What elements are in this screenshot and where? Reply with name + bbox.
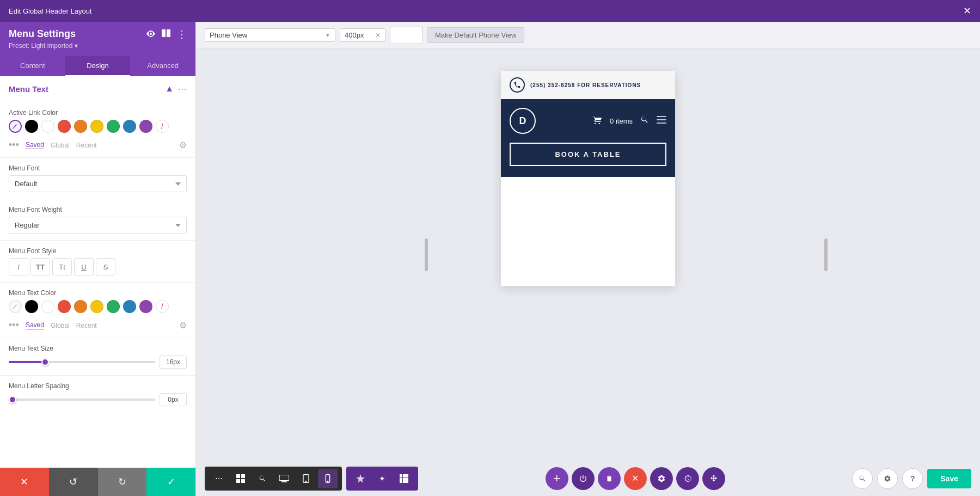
color-swatch-purple[interactable] xyxy=(139,120,152,133)
view-selector-arrow-icon: ▼ xyxy=(325,32,330,38)
tab-content[interactable]: Content xyxy=(0,56,65,76)
sparkle-btn[interactable]: ✦ xyxy=(372,469,392,488)
color-swatch-white[interactable] xyxy=(41,120,54,133)
text-color-dots-icon[interactable]: ••• xyxy=(9,320,19,331)
tablet-btn[interactable] xyxy=(296,469,316,488)
redo-button[interactable]: ↻ xyxy=(98,468,147,496)
text-color-swatch-purple[interactable] xyxy=(139,300,152,313)
svg-point-13 xyxy=(305,481,306,481)
section-more-icon[interactable]: ⋯ xyxy=(178,84,187,94)
confirm-button[interactable]: ✓ xyxy=(146,468,195,496)
view-selector[interactable]: Phone View ▼ xyxy=(205,28,335,42)
color-swatch-yellow[interactable] xyxy=(90,120,103,133)
color-clear-icon[interactable]: / xyxy=(156,120,169,133)
color-swatch-green[interactable] xyxy=(107,120,120,133)
svg-rect-22 xyxy=(400,480,402,483)
text-color-swatch-black[interactable] xyxy=(25,300,38,313)
divider-2 xyxy=(0,157,195,158)
extra-input[interactable] xyxy=(390,27,422,44)
action-buttons-group: + ✕ xyxy=(546,467,725,490)
text-color-swatch-red[interactable] xyxy=(58,300,71,313)
size-slider-value[interactable]: 16px xyxy=(160,356,187,369)
tab-advanced[interactable]: Advanced xyxy=(130,56,195,76)
text-color-clear-icon[interactable]: / xyxy=(156,300,169,313)
grid2-btn[interactable] xyxy=(394,469,414,488)
power-btn[interactable] xyxy=(572,467,595,490)
flat-tool-group: ⋯ xyxy=(205,467,342,491)
eyedropper-icon[interactable] xyxy=(9,120,22,133)
px-input[interactable] xyxy=(345,31,372,39)
svg-rect-24 xyxy=(406,480,408,483)
undo-button[interactable]: ↺ xyxy=(49,468,98,496)
svg-rect-21 xyxy=(406,477,408,480)
spacing-slider-track[interactable] xyxy=(9,399,155,401)
font-style-uppercase-btn[interactable]: TT xyxy=(30,258,50,275)
menu-font-label: Menu Font xyxy=(9,164,187,172)
resize-handle-left[interactable] xyxy=(425,238,428,271)
preview-cta-button[interactable]: BOOK A TABLE xyxy=(510,143,666,166)
move-btn[interactable] xyxy=(702,467,725,490)
more-flat-btn[interactable]: ⋯ xyxy=(209,469,229,488)
color-settings-icon[interactable]: ⚙ xyxy=(179,140,187,150)
bottom-right-group: ? Save xyxy=(852,468,971,489)
settings-action-btn[interactable] xyxy=(650,467,673,490)
phone-btn[interactable] xyxy=(318,469,338,488)
history-btn[interactable] xyxy=(676,467,699,490)
text-color-swatch-white[interactable] xyxy=(41,300,54,313)
add-wire-btn[interactable] xyxy=(351,469,370,488)
close-icon[interactable]: ✕ xyxy=(963,5,971,17)
color-tab-global[interactable]: Global xyxy=(51,142,70,149)
tab-design[interactable]: Design xyxy=(65,56,131,76)
font-style-capitalize-btn[interactable]: Tt xyxy=(52,258,72,275)
svg-rect-5 xyxy=(236,474,240,478)
grid-flat-btn[interactable] xyxy=(231,469,250,488)
text-color-settings-icon[interactable]: ⚙ xyxy=(179,320,187,330)
add-action-btn[interactable]: + xyxy=(546,467,568,490)
close-action-btn[interactable]: ✕ xyxy=(624,467,647,490)
save-button[interactable]: Save xyxy=(927,469,971,488)
color-swatch-blue[interactable] xyxy=(123,120,136,133)
cancel-button[interactable]: ✕ xyxy=(0,468,49,496)
color-tab-saved[interactable]: Saved xyxy=(26,141,44,149)
text-color-tab-recent[interactable]: Recent xyxy=(76,322,97,329)
text-color-tab-global[interactable]: Global xyxy=(51,322,70,329)
text-color-eyedropper-icon[interactable] xyxy=(9,300,22,313)
size-slider-track[interactable] xyxy=(9,361,155,363)
color-swatch-red[interactable] xyxy=(58,120,71,133)
search-right-btn[interactable] xyxy=(852,468,873,489)
resize-handle-right[interactable] xyxy=(824,238,828,271)
text-color-tab-saved[interactable]: Saved xyxy=(26,321,44,329)
panel-preset[interactable]: Preset: Light imported ▾ xyxy=(9,42,187,50)
menu-font-select[interactable]: Default xyxy=(9,175,187,192)
settings-right-btn[interactable] xyxy=(877,468,898,489)
font-style-underline-btn[interactable]: U xyxy=(74,258,94,275)
color-tab-recent[interactable]: Recent xyxy=(76,142,97,149)
delete-btn[interactable] xyxy=(598,467,621,490)
section-collapse-icon[interactable]: ▲ xyxy=(165,84,174,94)
preview-search-icon xyxy=(640,115,649,126)
text-color-swatch-orange[interactable] xyxy=(74,300,87,313)
menu-font-weight-select[interactable]: Regular Thin Light Medium Bold Extra Bol… xyxy=(9,217,187,234)
px-clear-icon[interactable]: ✕ xyxy=(375,32,381,39)
text-color-swatch-green[interactable] xyxy=(107,300,120,313)
font-style-strikethrough-btn[interactable]: S xyxy=(96,258,115,275)
svg-point-15 xyxy=(327,481,328,481)
more-options-icon[interactable]: ⋮ xyxy=(177,29,187,39)
search-flat-btn[interactable] xyxy=(253,469,272,488)
color-dots-icon[interactable]: ••• xyxy=(9,139,19,151)
help-btn[interactable]: ? xyxy=(902,468,923,489)
divider-1 xyxy=(0,102,195,102)
make-default-button[interactable]: Make Default Phone View xyxy=(427,27,524,43)
svg-rect-3 xyxy=(657,119,666,120)
desktop-btn[interactable] xyxy=(274,469,294,488)
text-color-swatch-blue[interactable] xyxy=(123,300,136,313)
font-style-italic-btn[interactable]: I xyxy=(9,258,28,275)
svg-rect-19 xyxy=(400,477,402,480)
spacing-slider-value[interactable]: 0px xyxy=(160,393,187,406)
color-swatch-orange[interactable] xyxy=(74,120,87,133)
text-color-swatch-yellow[interactable] xyxy=(90,300,103,313)
eye-icon[interactable] xyxy=(146,29,155,39)
columns-icon[interactable] xyxy=(162,29,170,39)
menu-text-size-slider: 16px xyxy=(9,356,187,369)
color-swatch-black[interactable] xyxy=(25,120,38,133)
